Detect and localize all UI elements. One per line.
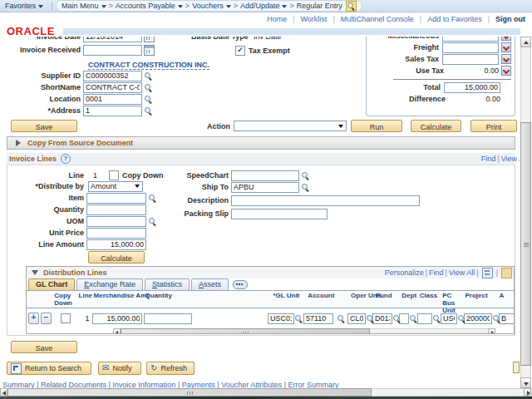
view-all-link[interactable]: View All	[501, 155, 520, 163]
tab-assets[interactable]: Assets	[191, 278, 229, 290]
find-link[interactable]: Find	[429, 268, 444, 277]
lookup-icon[interactable]	[457, 314, 466, 323]
location-field[interactable]	[83, 94, 142, 105]
scroll-left-icon[interactable]	[0, 388, 7, 397]
calculate-line-button[interactable]: Calculate	[88, 251, 145, 264]
delete-row-button[interactable]: −	[41, 313, 52, 324]
transfer-icon[interactable]	[501, 66, 511, 76]
shortname-field[interactable]	[83, 82, 142, 93]
calculate-button[interactable]: Calculate	[411, 120, 461, 132]
voucher-attributes-link[interactable]: Voucher Attributes	[221, 381, 282, 388]
scroll-up-icon[interactable]	[520, 37, 531, 47]
lookup-icon[interactable]	[144, 83, 153, 92]
tab-statistics[interactable]: Statistics	[145, 278, 190, 290]
lookup-icon[interactable]	[301, 171, 310, 180]
expand-triangle-icon[interactable]	[16, 140, 21, 146]
add-row-button[interactable]: +	[28, 313, 39, 324]
favorites-menu[interactable]: Favorites	[5, 2, 43, 10]
scroll-down-icon[interactable]	[520, 377, 531, 388]
lookup-icon[interactable]	[294, 314, 303, 323]
miscellaneous-field[interactable]	[442, 37, 499, 42]
lookup-icon[interactable]	[492, 314, 501, 323]
fund-field[interactable]	[372, 313, 392, 324]
calendar-icon[interactable]	[144, 45, 155, 56]
error-summary-link[interactable]: Error Summary	[288, 381, 339, 388]
project-field[interactable]	[464, 313, 492, 324]
scrollbar-thumb[interactable]	[7, 388, 372, 397]
packing-slip-field[interactable]	[231, 209, 328, 219]
related-documents-link[interactable]: Related Documents	[41, 381, 106, 388]
unit-price-field[interactable]	[86, 228, 146, 239]
account-field[interactable]	[303, 313, 333, 324]
distribute-by-select[interactable]: Amount	[88, 181, 143, 192]
find-link[interactable]: Find	[481, 155, 496, 163]
action-select[interactable]	[234, 121, 347, 131]
item-field[interactable]	[86, 193, 146, 204]
scrollbar-thumb[interactable]	[121, 328, 370, 334]
tax-exempt-checkbox[interactable]: ✓	[235, 46, 245, 56]
transfer-icon[interactable]	[501, 54, 511, 64]
horizontal-scrollbar[interactable]	[0, 388, 532, 397]
address-field[interactable]	[83, 106, 142, 116]
ship-to-field[interactable]	[231, 182, 299, 193]
merchandise-amt-field[interactable]	[92, 313, 142, 324]
uom-field[interactable]	[86, 216, 146, 227]
save-button[interactable]: Save	[11, 120, 77, 132]
transfer-icon[interactable]	[501, 42, 511, 52]
lookup-icon[interactable]	[392, 314, 401, 323]
gl-unit-field[interactable]	[268, 313, 294, 324]
worklist-link[interactable]: Worklist	[301, 15, 328, 23]
lookup-icon[interactable]	[366, 314, 375, 323]
lookup-icon[interactable]	[301, 183, 310, 192]
class-field[interactable]	[417, 313, 432, 324]
print-button[interactable]: Print	[470, 120, 517, 132]
breadcrumb-accounts-payable[interactable]: Accounts Payable	[116, 2, 183, 10]
home-link[interactable]: Home	[267, 15, 287, 23]
multichannel-console-link[interactable]: MultiChannel Console	[341, 15, 414, 23]
zoom-grid-icon[interactable]	[501, 268, 512, 278]
tab-exchange-rate[interactable]: Exchange Rate	[76, 278, 143, 290]
sales-tax-field[interactable]	[442, 54, 499, 65]
lookup-icon[interactable]	[337, 314, 346, 323]
transfer-icon[interactable]	[501, 37, 511, 41]
lookup-icon[interactable]	[432, 314, 441, 323]
save-button-bottom[interactable]: Save	[11, 341, 77, 353]
summary-link[interactable]: Summary	[2, 381, 35, 388]
supplier-name-link[interactable]: CONTRACT CONSTRUCTION INC.	[88, 61, 209, 70]
tab-gl-chart[interactable]: GL Chart	[28, 278, 75, 290]
refresh-button[interactable]: ↻ Refresh	[146, 362, 195, 375]
vertical-scrollbar[interactable]	[520, 37, 531, 388]
breadcrumb-regular-entry[interactable]: Regular Entry	[297, 2, 342, 10]
help-icon[interactable]: ?	[61, 154, 71, 164]
view-all-link[interactable]: View All	[449, 268, 475, 277]
scroll-right-icon[interactable]	[488, 328, 495, 334]
notify-button[interactable]: ✉ Notify	[98, 362, 141, 375]
breadcrumb-add-update[interactable]: Add/Update	[240, 2, 288, 10]
copy-from-source-section[interactable]: Copy From Source Document	[7, 136, 515, 150]
copy-down-checkbox[interactable]	[109, 170, 119, 180]
breadcrumb-main-menu[interactable]: Main Menu	[62, 2, 106, 10]
invoice-information-link[interactable]: Invoice Information	[112, 381, 175, 388]
scroll-left-icon[interactable]	[113, 328, 121, 334]
line-amount-field[interactable]	[86, 239, 146, 250]
scroll-right-icon[interactable]	[524, 388, 531, 397]
row-copy-down-checkbox[interactable]	[61, 313, 71, 323]
add-to-favorites-link[interactable]: Add to Favorites	[427, 15, 482, 23]
download-grid-icon[interactable]	[482, 268, 493, 278]
personalize-link[interactable]: Personalize	[385, 268, 424, 277]
payments-link[interactable]: Payments	[182, 381, 215, 388]
oper-unit-field[interactable]	[347, 313, 366, 324]
breadcrumb-vouchers[interactable]: Vouchers	[192, 2, 231, 10]
breadcrumb-search-icon[interactable]	[346, 1, 357, 12]
row-quantity-field[interactable]	[144, 313, 192, 324]
invoice-received-field[interactable]	[83, 45, 142, 56]
return-to-search-button[interactable]: Return to Search	[7, 362, 91, 375]
speedchart-field[interactable]	[231, 170, 299, 181]
clipped-edge-button[interactable]	[513, 362, 520, 373]
quantity-field[interactable]	[86, 204, 146, 215]
sign-out-link[interactable]: Sign out	[495, 15, 525, 23]
total-field[interactable]	[444, 82, 500, 93]
scrollbar-thumb[interactable]	[520, 122, 531, 366]
lookup-icon[interactable]	[144, 106, 153, 116]
lookup-icon[interactable]	[409, 314, 418, 323]
